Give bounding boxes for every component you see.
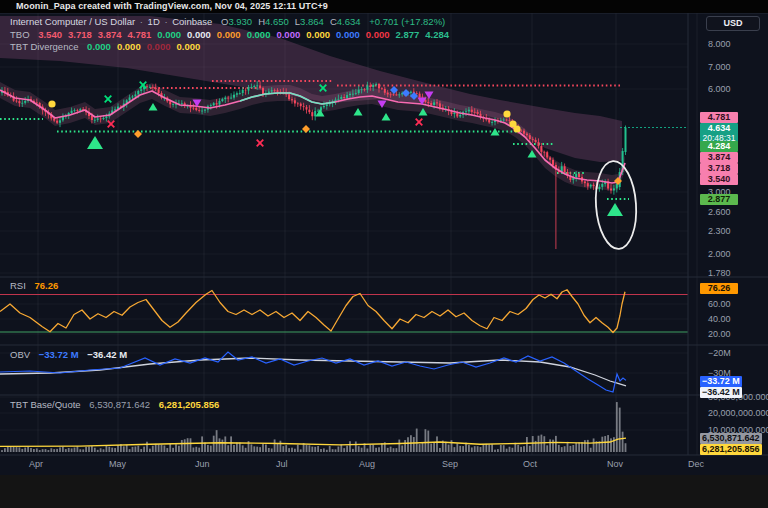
candle [453, 113, 455, 114]
volume-bar [448, 445, 450, 452]
candle [613, 188, 615, 190]
candle [172, 104, 174, 105]
candle [552, 160, 554, 165]
volume-bar [584, 440, 586, 452]
rsi-badge: 76.26 [700, 283, 738, 294]
obv-pane-header[interactable]: OBV −33.72 M −36.42 M [10, 349, 127, 360]
candle [355, 93, 357, 94]
volume-bar [326, 450, 328, 452]
volume-bar [198, 448, 200, 452]
volume-bar [329, 446, 331, 452]
candle [540, 146, 542, 152]
candle [477, 112, 479, 114]
volume-bar [468, 445, 470, 452]
candle [587, 183, 589, 186]
price-tick-label: 2.300 [708, 226, 731, 236]
volume-bar [100, 448, 102, 452]
volume-bar [538, 436, 540, 452]
volume-bar [114, 448, 116, 452]
volume-bar [578, 442, 580, 452]
candle [416, 93, 418, 94]
indicator-value: 0.000 [247, 29, 271, 40]
volume-bar [294, 449, 296, 452]
indicator-value: 0.000 [117, 41, 141, 52]
volume-bar [181, 440, 183, 452]
candle [323, 106, 325, 107]
volume-bar [213, 436, 215, 452]
volume-bar [549, 439, 551, 452]
candle [465, 111, 467, 112]
candle [74, 110, 76, 111]
candle [277, 90, 279, 92]
candle [387, 93, 389, 95]
volume-bar [126, 445, 128, 452]
volume-bar [520, 447, 522, 452]
candle [398, 94, 400, 95]
volume-bar [488, 444, 490, 452]
volume-bar [427, 431, 429, 452]
candle [91, 116, 93, 120]
volume-bar [439, 448, 441, 452]
candle [601, 184, 603, 187]
volume-bar [239, 442, 241, 452]
candle [337, 99, 339, 100]
yellow-circle-icon [48, 100, 55, 107]
obv-badge: −33.72 M [700, 376, 742, 387]
candle [242, 90, 244, 93]
volume-bar [503, 445, 505, 452]
volume-bar [27, 447, 29, 452]
candle [509, 120, 511, 121]
price-tick-label: 2.000 [708, 249, 731, 259]
volume-bar [149, 449, 151, 452]
candle [366, 85, 368, 89]
candle [575, 174, 577, 178]
tbo-indicator-row[interactable]: TBO 3.5403.7183.8744.7810.0000.0000.0000… [10, 29, 449, 40]
candle [216, 103, 218, 104]
interval-label[interactable]: 1D [148, 16, 160, 27]
candle [410, 92, 412, 93]
chart-canvas[interactable] [0, 0, 768, 508]
candle [474, 112, 476, 113]
volume-bar [45, 449, 47, 452]
candle [221, 99, 223, 101]
volume-bar [367, 448, 369, 452]
indicator-value: 0.000 [306, 29, 330, 40]
yellow-circle-icon [503, 110, 510, 117]
volume-bar [4, 448, 6, 452]
candle [523, 131, 525, 134]
volume-bar [77, 446, 79, 452]
tbt-divergence-row[interactable]: TBT Divergence 0.0000.0000.0000.000 [10, 41, 200, 52]
tbt-pane-header[interactable]: TBT Base/Quote 6,530,871.642 6,281,205.8… [10, 399, 219, 410]
tbt-tick-label: 20,000,000.000 [708, 408, 768, 418]
volume-bar [555, 436, 557, 452]
candle [436, 102, 438, 103]
volume-bar [570, 446, 572, 452]
level-badge: 3.874 [700, 152, 738, 163]
rsi-pane-header[interactable]: RSI 76.26 [10, 280, 58, 291]
volume-bar [416, 429, 418, 452]
volume-bar [529, 446, 531, 452]
volume-bar [30, 448, 32, 452]
volume-bar [82, 449, 84, 452]
volume-bar [564, 446, 566, 452]
month-label: Dec [688, 459, 704, 469]
candle [590, 185, 592, 187]
volume-bar [590, 448, 592, 452]
volume-bar [480, 447, 482, 452]
tbt-divergence-label: TBT Divergence [10, 41, 78, 52]
indicator-value: 0.000 [176, 41, 200, 52]
volume-bar [587, 440, 589, 452]
candle [433, 102, 435, 105]
volume-bar [216, 430, 218, 452]
volume-bar [398, 440, 400, 452]
volume-bar [575, 443, 577, 452]
volume-bar [387, 448, 389, 452]
volume-bar [36, 448, 38, 452]
volume-bar [146, 442, 148, 452]
tbo-label: TBO [10, 29, 30, 40]
indicator-value: 3.874 [98, 29, 122, 40]
candle [201, 111, 203, 112]
currency-button[interactable]: USD [706, 16, 760, 31]
volume-bar [372, 445, 374, 452]
candle [538, 142, 540, 146]
